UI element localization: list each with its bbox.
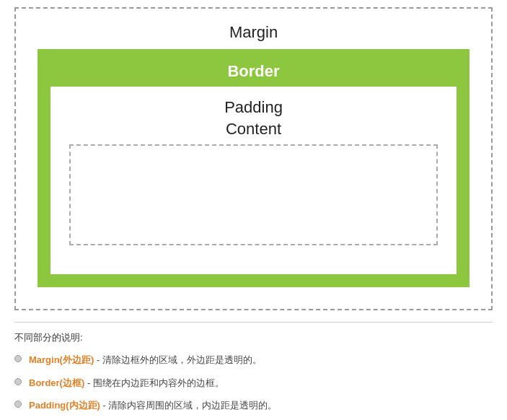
- css-box-model-diagram: Margin Border Padding Content: [14, 7, 493, 310]
- content-box: [69, 144, 438, 245]
- desc-item-2: Border(边框) - 围绕在内边距和内容外的边框。: [29, 376, 224, 390]
- margin-label: Margin: [38, 23, 469, 42]
- content-label: Content: [62, 120, 445, 139]
- desc-margin: - 清除边框外的区域，外边距是透明的。: [94, 354, 262, 365]
- desc-border: - 围绕在内边距和内容外的边框。: [84, 377, 224, 388]
- padding-label: Padding: [62, 98, 445, 117]
- desc-item-1: Margin(外边距) - 清除边框外的区域，外边距是透明的。: [29, 353, 262, 367]
- description-section: 不同部分的说明: Margin(外边距) - 清除边框外的区域，外边距是透明的。…: [14, 322, 493, 420]
- term-margin: Margin(外边距): [29, 354, 94, 365]
- desc-padding: - 清除内容周围的区域，内边距是透明的。: [100, 400, 278, 411]
- bullet-icon: [14, 355, 22, 362]
- list-item: Padding(内边距) - 清除内容周围的区域，内边距是透明的。: [14, 398, 493, 413]
- description-list: Margin(外边距) - 清除边框外的区域，外边距是透明的。 Border(边…: [14, 353, 493, 420]
- bullet-icon: [14, 378, 22, 385]
- term-border: Border(边框): [29, 377, 84, 388]
- description-title: 不同部分的说明:: [14, 331, 493, 344]
- term-padding: Padding(内边距): [29, 400, 100, 411]
- list-item: Margin(外边距) - 清除边框外的区域，外边距是透明的。: [14, 353, 493, 367]
- list-item: Border(边框) - 围绕在内边距和内容外的边框。: [14, 376, 493, 390]
- border-label: Border: [50, 62, 457, 81]
- desc-item-3: Padding(内边距) - 清除内容周围的区域，内边距是透明的。: [29, 398, 278, 413]
- border-box: Border Padding Content: [38, 49, 469, 287]
- padding-box: Padding Content: [50, 87, 457, 274]
- bullet-icon: [14, 401, 22, 408]
